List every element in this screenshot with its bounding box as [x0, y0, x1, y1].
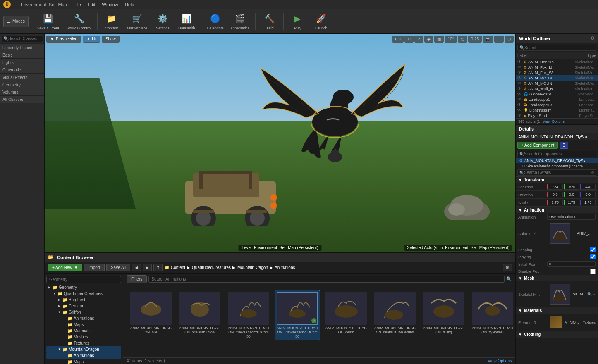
rotation-z[interactable]: 0.0: [580, 192, 596, 197]
component-search[interactable]: 🔍: [517, 151, 596, 157]
actor-dragon-1[interactable]: 👁 ⚙ ANIM_MOUN SkeletalMe...: [516, 75, 598, 81]
toolbar-blueprints[interactable]: 🔵 Blueprints: [204, 10, 227, 32]
details-options-icon[interactable]: ⚙: [591, 171, 594, 175]
vp-maximize-btn[interactable]: ⊡: [505, 36, 514, 43]
breadcrumb-content[interactable]: Content: [171, 265, 185, 270]
initial-pos-value[interactable]: 0.0: [547, 261, 596, 267]
visual-effects-section[interactable]: Visual Effects: [0, 73, 44, 81]
toolbar-launch[interactable]: 🚀 Launch: [310, 10, 332, 32]
asset-claws-2[interactable]: ✓ ANIM_MOUNTAIN_DRAGON_ClawsAttack2HitCo…: [275, 290, 320, 340]
nav-up-btn[interactable]: ⬆: [153, 264, 163, 271]
volumes-section[interactable]: Volumes: [0, 88, 44, 95]
vp-rotate-btn[interactable]: ↻: [404, 36, 414, 43]
location-y[interactable]: -620: [564, 184, 579, 190]
tree-griffon-materials[interactable]: 📁 Materials: [46, 328, 121, 334]
view-options[interactable]: View Options: [488, 359, 512, 363]
vp-surface-btn[interactable]: ▦: [434, 36, 444, 43]
scale-z[interactable]: 1.75: [580, 200, 596, 205]
playing-checkbox[interactable]: [590, 254, 596, 259]
component-dragon[interactable]: ⚙ ANIM_MOUNTAIN_DRAGON_FlySta...: [516, 158, 598, 163]
transform-section[interactable]: ▼ Transform: [516, 176, 598, 183]
asset-claws-1[interactable]: ANIM_MOUNTAIN_DRAGON_ClawsAttack2HitComb…: [226, 290, 271, 340]
vp-settings-btn[interactable]: ⚙: [494, 36, 504, 43]
view-options-btn[interactable]: View Options: [543, 119, 565, 124]
menu-help[interactable]: Help: [125, 2, 134, 7]
asset-dragon-bitegrab[interactable]: ANIM_MOUNTAIN_DRAGON_biteGrabThrow: [177, 290, 222, 340]
toolbar-content[interactable]: 📁 Content: [100, 10, 123, 32]
geometry-section[interactable]: Geometry: [0, 81, 44, 88]
vp-grid-size[interactable]: 10°: [445, 36, 457, 43]
rotation-y[interactable]: 0.0: [564, 192, 579, 197]
asset-search-input[interactable]: [148, 276, 505, 283]
vp-snap-btn[interactable]: ◎: [458, 36, 467, 43]
outliner-options-icon[interactable]: ⚙: [591, 36, 595, 41]
tree-griffon-textures[interactable]: 📁 Textures: [46, 340, 121, 346]
actor-landscapegr[interactable]: 👁 🏔 LandscapeGr Landsca...: [516, 102, 598, 107]
vp-local-btn[interactable]: ◈: [424, 36, 433, 43]
actor-wolf[interactable]: 👁 ⚙ ANIM_Wolf_R SkeletalMe...: [516, 86, 598, 91]
nav-forward-btn[interactable]: ▶: [143, 264, 152, 271]
tree-centaur[interactable]: ▶ 📁 Centaur: [46, 303, 121, 309]
rotation-x[interactable]: 0.0: [547, 192, 563, 197]
breadcrumb-animations[interactable]: Animations: [275, 265, 295, 270]
modes-button[interactable]: ☰ Modes: [3, 16, 29, 27]
tree-geometry[interactable]: ▶ 📁 Geometry: [46, 284, 121, 290]
clothing-section[interactable]: ▼ Clothing: [516, 331, 598, 338]
component-skeletal[interactable]: □ SkeletalMeshComponent (Inherite...: [516, 163, 598, 169]
asset-dragon-bite[interactable]: ANIM_MOUNTAIN_DRAGON_bite: [128, 290, 174, 340]
actor-playerstart[interactable]: 👁 ▶ PlayerStart PlayerSt...: [516, 113, 598, 118]
nav-back-btn[interactable]: ◀: [132, 264, 141, 271]
blueprint-btn[interactable]: B: [560, 142, 568, 149]
tree-quadruped[interactable]: ▼ 📁 QuadrupedCreatures: [46, 290, 121, 297]
tree-md-animations[interactable]: 📁 Animations: [46, 352, 121, 359]
anim-type-value[interactable]: Use Animation /: [547, 214, 596, 220]
breadcrumb-mountaindragon[interactable]: MountainDragon: [237, 265, 268, 270]
animation-section[interactable]: ▼ Animation: [516, 207, 598, 213]
cb-view-toggle[interactable]: ⊞: [503, 264, 512, 271]
tree-mountaindragon[interactable]: ▼ 📁 MountainDragon: [46, 346, 121, 352]
vp-snap-angle[interactable]: 0.25: [468, 36, 482, 43]
class-search[interactable]: 🔍: [2, 36, 43, 42]
tree-md-maps[interactable]: 📁 Maps: [46, 359, 121, 364]
looping-checkbox[interactable]: [590, 247, 596, 252]
all-classes-section[interactable]: All Classes: [0, 95, 44, 103]
actor-lightmass[interactable]: 👁 💡 Lightmassim Lightmai...: [516, 107, 598, 113]
mesh-browse-icon[interactable]: 🔍: [587, 292, 592, 296]
toolbar-save-current[interactable]: 💾 Save Current: [34, 10, 62, 32]
tree-griffon[interactable]: ▼ 📁 Griffon: [46, 309, 121, 315]
tree-barghest[interactable]: ▶ 📁 Barghest: [46, 297, 121, 303]
lights-section[interactable]: Lights: [0, 58, 44, 66]
menu-window[interactable]: Window: [102, 2, 118, 7]
outliner-search[interactable]: 🔍: [517, 45, 596, 51]
location-z[interactable]: 330: [580, 184, 596, 190]
viewport-show-btn[interactable]: Show: [102, 36, 120, 43]
location-x[interactable]: 724: [547, 184, 563, 190]
outliner-search-input[interactable]: [524, 45, 594, 50]
add-component-button[interactable]: + Add Component: [517, 142, 558, 149]
actor-fox-id[interactable]: 👁 ⚙ ANIM_Fox_Id SkeletalMe...: [516, 64, 598, 70]
basic-section[interactable]: Basic: [0, 51, 44, 58]
filters-button[interactable]: Filters: [127, 275, 147, 283]
vp-camera-btn[interactable]: 📷: [483, 36, 493, 43]
toolbar-source-control[interactable]: 🔧 Source Control: [63, 10, 95, 32]
mesh-section[interactable]: ▼ Mesh: [516, 275, 598, 281]
breadcrumb-quadruped[interactable]: QuadrupedCreatures: [192, 265, 231, 270]
scale-y[interactable]: 1.75: [564, 200, 579, 205]
actor-landscape1[interactable]: 👁 🏔 Landscape1 Landsca...: [516, 97, 598, 102]
add-new-button[interactable]: + Add New ▼: [48, 264, 82, 271]
actor-globalpost[interactable]: 👁 🌐 GlobalPostP PostProc...: [516, 91, 598, 97]
toolbar-cinematics[interactable]: 🎬 Cinematics: [228, 10, 253, 32]
tree-griffon-animations[interactable]: 📁 Animations: [46, 315, 121, 321]
menu-file[interactable]: File: [74, 2, 81, 7]
tree-griffon-maps[interactable]: 📁 Maps: [46, 321, 121, 328]
mesh-arrow-icon[interactable]: →: [592, 292, 596, 296]
save-all-button[interactable]: Save All: [106, 264, 130, 271]
class-search-input[interactable]: [8, 36, 41, 41]
tree-griffon-meshes[interactable]: 📁 Meshes: [46, 334, 121, 340]
toolbar-play[interactable]: ▶ Play: [286, 10, 309, 32]
recently-placed-section[interactable]: Recently Placed: [0, 43, 44, 51]
viewport-mode-btn[interactable]: ▼ Perspective: [46, 36, 81, 43]
toolbar-marketplace[interactable]: 🛒 Marketplace: [124, 10, 151, 32]
scale-x[interactable]: 1.75: [547, 200, 563, 205]
asset-failing[interactable]: ANIM_MOUNTAIN_DRAGON_failing: [421, 290, 466, 340]
